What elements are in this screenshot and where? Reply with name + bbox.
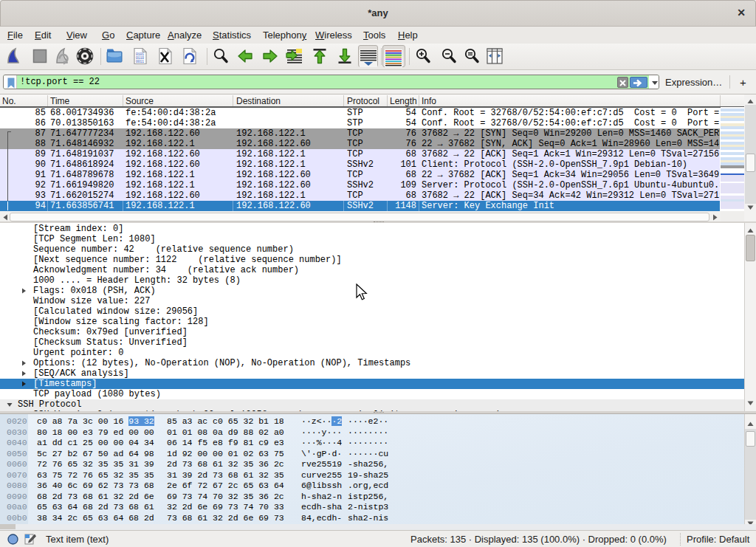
svg-text:0011: 0011: [136, 60, 144, 63]
